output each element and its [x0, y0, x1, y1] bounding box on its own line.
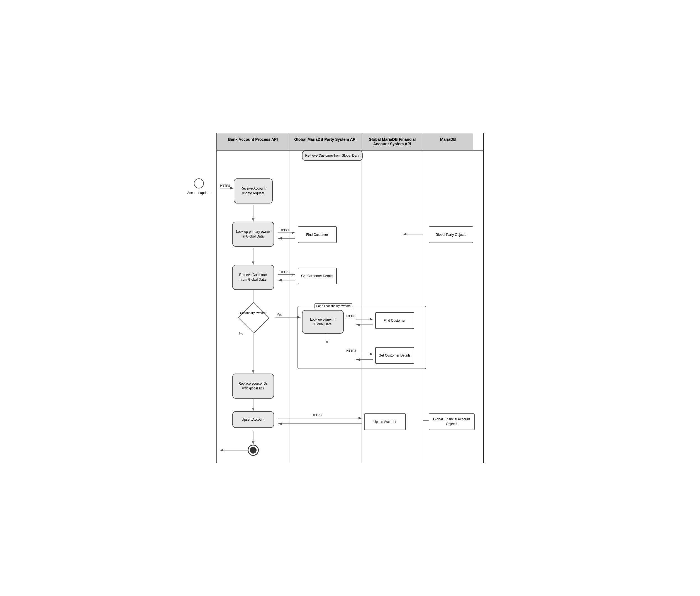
retrieve-customer-1-box: Retrieve Customer from Global Data	[232, 265, 274, 290]
receive-account-box: Receive Account update request	[234, 178, 273, 203]
find-customer-2-box: Find Customer	[375, 312, 414, 329]
no-label: No	[239, 332, 243, 335]
start-circle	[194, 178, 204, 189]
yes-label: Yes	[277, 313, 282, 316]
upsert-account-box: Upsert Account	[232, 411, 274, 428]
https-label-3: HTTPS	[346, 315, 357, 318]
get-customer-details-2-box: Get Customer Details	[375, 347, 414, 364]
upsert-account-lane3-box: Upsert Account	[364, 414, 406, 430]
global-party-objects-box: Global Party Objects	[429, 226, 473, 243]
global-financial-objects-box: Global Financial Account Objects	[429, 414, 475, 430]
diagram-wrapper: Bank Account Process API Global MariaDB …	[216, 133, 484, 463]
content-area: Account update	[217, 151, 483, 463]
header-row: Bank Account Process API Global MariaDB …	[217, 133, 483, 151]
header-lane4: MariaDB	[423, 133, 473, 150]
lookup-owner-box: Look up owner in Global Data	[302, 310, 344, 334]
actor-label: Account update	[186, 191, 211, 195]
end-circle	[248, 445, 259, 456]
find-customer-1-box: Find Customer	[298, 226, 337, 243]
retrieve-customer-2-box: Retrieve Customer from Global Data	[302, 151, 363, 161]
https-label-actor: HTTPS	[221, 184, 230, 187]
lookup-primary-box: Look up primary owner in Global Data	[232, 222, 274, 247]
actor-area: Account update	[186, 178, 211, 195]
end-circle-inner	[250, 447, 257, 453]
https-label-5: HTTPS	[312, 414, 322, 417]
header-lane1: Bank Account Process API	[217, 133, 289, 150]
header-lane3: Global MariaDB Financial Account System …	[362, 133, 423, 150]
header-lane2: Global MariaDB Party System API	[289, 133, 362, 150]
https-label-2: HTTPS	[280, 270, 290, 274]
https-label-1: HTTPS	[280, 229, 290, 232]
loop-label: For all secondary owners	[314, 303, 353, 308]
get-customer-details-1-box: Get Customer Details	[298, 268, 337, 284]
https-label-4: HTTPS	[346, 349, 357, 352]
replace-ids-box: Replace source IDs with global IDs	[232, 374, 274, 399]
